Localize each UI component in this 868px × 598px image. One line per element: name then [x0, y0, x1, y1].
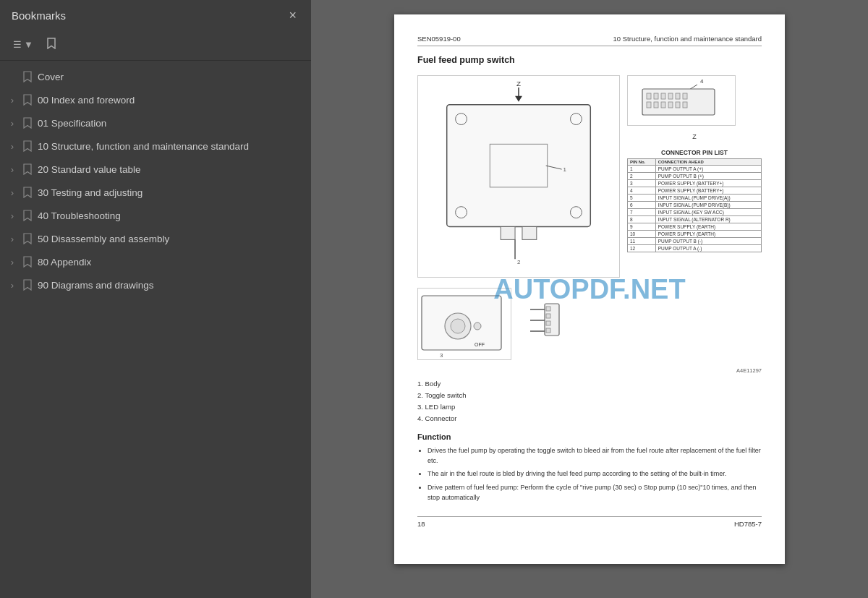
svg-rect-29: [683, 102, 687, 108]
bookmark-icon: [22, 232, 33, 245]
bookmark-item-30[interactable]: ›30 Testing and adjusting: [0, 181, 311, 204]
chevron-icon: ›: [7, 234, 17, 244]
bookmark-item-40[interactable]: ›40 Troubleshooting: [0, 204, 311, 227]
bookmark-label: 40 Troubleshooting: [38, 210, 121, 221]
bookmark-icon: [22, 209, 33, 222]
bookmark-label: 30 Testing and adjusting: [38, 187, 142, 198]
bookmark-icon: [22, 186, 33, 199]
table-row: 10POWER SUPPLY (EARTH): [628, 231, 762, 238]
svg-point-34: [474, 323, 481, 330]
connector-pin-title: CONNECTOR PIN LIST: [627, 149, 762, 156]
chevron-icon: ›: [7, 141, 17, 152]
main-diagram: Z 1: [417, 75, 620, 278]
svg-rect-27: [668, 102, 673, 108]
svg-text:1: 1: [563, 166, 567, 173]
svg-point-33: [451, 319, 465, 333]
bookmark-icon: [22, 163, 33, 176]
switch-connector-diagram: [523, 288, 581, 360]
footer-left: 18: [417, 520, 425, 528]
table-row: 7INPUT SIGNAL (KEY SW ACC): [628, 209, 762, 216]
bookmark-label: 00 Index and foreword: [38, 95, 135, 106]
list-view-button[interactable]: ☰ ▼: [9, 36, 38, 53]
bookmark-label: 80 Appendix: [38, 257, 91, 268]
bookmark-icon: [22, 116, 33, 129]
parts-list: 1. Body2. Toggle switch3. LED lamp4. Con…: [417, 378, 762, 425]
table-row: 9POWER SUPPLY (EARTH): [628, 223, 762, 231]
svg-marker-2: [515, 96, 522, 102]
bookmark-label: 20 Standard value table: [38, 164, 141, 175]
svg-rect-18: [647, 93, 651, 99]
table-row: 12PUMP OUTPUT A (-): [628, 245, 762, 252]
table-row: 1PUMP OUTPUT A (+): [628, 166, 762, 173]
footer-right: HD785-7: [734, 520, 762, 528]
bookmark-label: 01 Specification: [38, 118, 106, 129]
list-icon: ☰: [13, 39, 22, 50]
pin-header-no: PIN No.: [628, 159, 656, 166]
bookmark-item-90[interactable]: ›90 Diagrams and drawings: [0, 273, 311, 296]
list-item: 2. Toggle switch: [417, 390, 762, 401]
list-item: Drives the fuel pump by operating the to…: [427, 445, 762, 466]
bookmark-item-cover[interactable]: Cover: [0, 65, 311, 88]
sidebar-title: Bookmarks: [12, 9, 66, 22]
bookmark-item-10[interactable]: ›10 Structure, function and maintenance …: [0, 134, 311, 158]
chevron-icon: ›: [7, 118, 17, 129]
main-content: AUTOPDF.NET SEN05919-00 10 Structure, fu…: [311, 0, 868, 598]
pin-table: PIN No. CONNECTION AHEAD 1PUMP OUTPUT A …: [627, 158, 762, 252]
svg-rect-21: [668, 93, 673, 99]
svg-rect-42: [546, 314, 550, 318]
svg-text:OFF: OFF: [475, 342, 485, 347]
header-right: 10 Structure, function and maintenance s…: [613, 35, 762, 43]
bookmark-icon: [22, 140, 33, 153]
header-left: SEN05919-00: [417, 35, 461, 43]
connector-diagram: 4: [627, 75, 736, 126]
svg-rect-28: [676, 102, 680, 108]
bookmark-icon: [22, 278, 33, 291]
sidebar-header: Bookmarks ×: [0, 0, 311, 30]
function-title: Function: [417, 432, 762, 441]
svg-rect-12: [522, 227, 537, 240]
bookmark-item-80[interactable]: ›80 Appendix: [0, 250, 311, 273]
page-container: AUTOPDF.NET SEN05919-00 10 Structure, fu…: [394, 14, 785, 564]
table-row: 6INPUT SIGNAL (PUMP DRIVE(B)): [628, 202, 762, 209]
svg-rect-44: [546, 328, 550, 333]
close-button[interactable]: ×: [284, 7, 301, 23]
connector-pin-list: CONNECTOR PIN LIST PIN No. CONNECTION AH…: [627, 149, 762, 252]
svg-rect-22: [676, 93, 680, 99]
bookmark-tool-button[interactable]: [42, 35, 61, 54]
svg-rect-26: [661, 102, 665, 108]
function-bullets: Drives the fuel pump by operating the to…: [417, 445, 762, 503]
table-row: 4POWER SUPPLY (BATTERY+): [628, 187, 762, 195]
svg-text:2: 2: [517, 259, 521, 265]
bookmark-item-00[interactable]: ›00 Index and foreword: [0, 88, 311, 111]
bottom-diagram: ON OFF 3: [417, 288, 762, 360]
bookmark-item-20[interactable]: ›20 Standard value table: [0, 158, 311, 181]
bookmark-label: 90 Diagrams and drawings: [38, 280, 154, 291]
svg-rect-19: [654, 93, 658, 99]
chevron-icon: ›: [7, 280, 17, 291]
table-row: 11PUMP OUTPUT B (-): [628, 238, 762, 245]
bookmark-icon: [22, 70, 33, 83]
list-item: The air in the fuel route is bled by dri…: [427, 469, 762, 479]
bookmark-item-50[interactable]: ›50 Disassembly and assembly: [0, 227, 311, 250]
table-row: 8INPUT SIGNAL (ALTERNATOR R): [628, 216, 762, 223]
list-item: Drive pattern of fuel feed pump: Perform…: [427, 482, 762, 503]
chevron-icon: ›: [7, 187, 17, 198]
dropdown-arrow: ▼: [24, 39, 33, 50]
svg-rect-24: [647, 102, 651, 108]
bookmark-icon: [22, 255, 33, 268]
bookmark-icon: [46, 38, 56, 51]
svg-text:3: 3: [440, 352, 443, 359]
chevron-icon: ›: [7, 95, 17, 106]
svg-rect-41: [546, 307, 550, 311]
chevron-icon: ›: [7, 257, 17, 268]
svg-text:4: 4: [700, 78, 704, 85]
bookmark-label: 50 Disassembly and assembly: [38, 234, 169, 244]
doc-header: SEN05919-00 10 Structure, function and m…: [417, 35, 762, 46]
table-row: 5INPUT SIGNAL (PUMP DRIVE(A)): [628, 195, 762, 202]
diagram-ref: A4E11297: [417, 367, 762, 374]
bookmark-label: Cover: [38, 72, 64, 82]
bookmark-item-01[interactable]: ›01 Specification: [0, 111, 311, 134]
connector-z-label: Z: [627, 133, 762, 140]
svg-text:Z: Z: [516, 80, 521, 87]
bookmark-list: Cover›00 Index and foreword›01 Specifica…: [0, 61, 311, 598]
